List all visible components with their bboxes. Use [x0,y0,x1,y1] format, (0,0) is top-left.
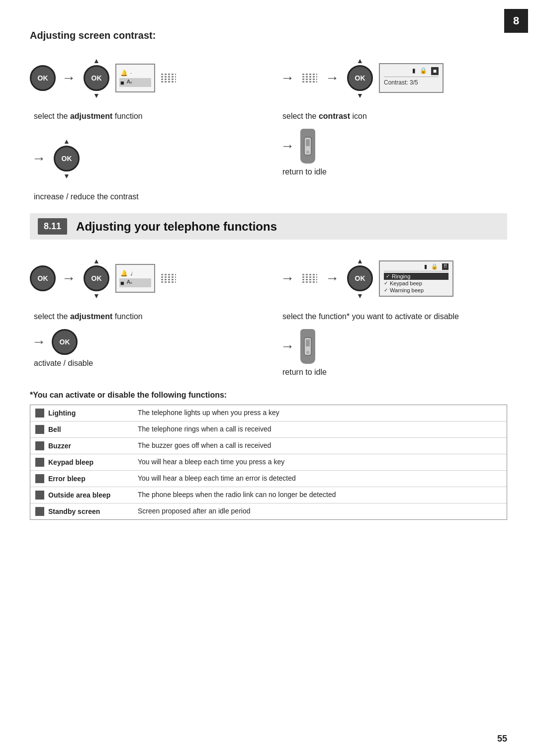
contrast-col-left: OK → ▲ OK ▼ 🔔 · [30,48,259,121]
ok-nav-wrapper-3: ▲ OK ▼ [54,138,80,179]
wavy-811-2 [302,274,317,283]
screen-icon-active: ■ [431,67,439,75]
rs-icon-battery: ▮ [424,263,427,270]
page-badge: 8 [504,9,528,33]
func-icon-4 [35,474,44,483]
func-desc-4: You will hear a bleep each time an error… [133,471,507,487]
table-row: Buzzer The buzzer goes off when a call i… [30,438,507,454]
811-step1-row: OK → ▲ OK ▼ 🔔 ♩ [30,249,259,308]
nav-arrow-up-811-2: ▲ [357,257,363,264]
811-step3-caption: activate / disable [34,359,259,368]
contrast-col2-right: → return to idle [278,129,507,176]
ringing-item-3: ✓ Warning beep [384,287,448,294]
func-name-cell-3: Keypad bleep [35,458,128,467]
ok-nav-wrapper-811-2: ▲ OK ▼ [347,257,373,299]
811-step2-row: → → ▲ OK ▼ [278,249,507,308]
ok-button-811-2[interactable]: OK [52,329,78,355]
table-row: Standby screen Screen proposed after an … [30,504,507,520]
ok-button-nav-1[interactable]: OK [84,65,109,91]
svg-rect-4 [306,339,310,346]
section-811-title: Adjusting your telephone functions [76,220,277,234]
contrast-step1-row: OK → ▲ OK ▼ 🔔 · [30,48,259,108]
contrast-sym: ■ [120,79,124,86]
section-811-badge: 8.11 [38,218,67,235]
arrow-5: → [280,138,294,154]
func-name-5: Outside area bleep [48,491,128,499]
func-name-cell-1: Bell [35,425,128,434]
ringing-item-2: ✓ Keypad beep [384,280,448,287]
func-icon-0 [35,409,44,418]
func-name-1: Bell [48,425,128,433]
contrast-section-title: Adjusting screen contrast: [30,30,507,41]
arrow-811-5: → [280,338,294,354]
contrast-row2: → ▲ OK ▼ increase / reduce the contrast … [30,129,507,201]
table-row: Keypad bleep You will hear a bleep each … [30,454,507,471]
811-col2-right: → return to idle [278,329,507,377]
check-1: ✓ [386,273,390,279]
screen-icon-lock: 🔒 [420,67,427,75]
screen-header: ▮ 🔒 ■ [384,67,439,77]
contrast-step4-caption: return to idle [282,168,507,176]
811-row1: OK → ▲ OK ▼ 🔔 ♩ [30,249,507,321]
func-name-cell-4: Error bleep [35,474,128,483]
nav-arrow-up-811-1: ▲ [93,257,100,264]
func-name-2: Buzzer [48,442,128,450]
811-step4-row: → [278,329,507,364]
ok-button-811-nav-1[interactable]: OK [84,265,109,291]
bell-sym: 🔔 [120,70,128,77]
svg-point-2 [306,151,309,154]
phone-handset-1 [300,129,315,164]
func-icon-2 [35,441,44,450]
contrast-col-right: → → ▲ OK ▼ [278,48,507,121]
811-step3-row: → OK [30,329,259,355]
functions-title: *You can activate or disable the followi… [30,391,507,400]
svg-rect-1 [306,139,310,146]
phone-handset-2 [300,329,315,364]
ringing-screen-header: ▮ 🔒 ⠿ [384,263,448,271]
adj-row-2: ■ A⁰ [119,78,151,86]
screen-icon-battery: ▮ [412,67,416,75]
check-3: ✓ [384,287,388,293]
arrow-811-3: → [325,270,339,286]
ok-nav-wrapper-811-1: ▲ OK ▼ [84,257,109,299]
func-desc-5: The phone bleeps when the radio link can… [133,487,507,504]
ok-button-nav-3[interactable]: OK [54,146,80,171]
arrow-4: → [32,151,46,167]
wavy-texture [161,74,176,83]
adj-label: A⁰ [127,79,132,86]
func-icon-1 [35,425,44,434]
contrast-screen: ▮ 🔒 ■ Contrast: 3/5 [379,63,444,93]
contrast-col2-left: → ▲ OK ▼ increase / reduce the contrast [30,129,259,201]
wavy-texture-2 [302,74,317,83]
nav-arrow-down-3: ▼ [63,172,70,179]
table-row: Outside area bleep The phone bleeps when… [30,487,507,504]
contrast-step2-caption: select the contrast icon [282,112,507,121]
contrast-step3-row: → ▲ OK ▼ [30,129,259,188]
ok-button-811-nav-2[interactable]: OK [347,265,373,291]
nav-arrow-down-1: ▼ [93,92,100,99]
ok-nav-wrapper-2: ▲ OK ▼ [347,57,373,99]
nav-arrow-up-3: ▲ [63,138,70,145]
func-icon-5 [35,491,44,500]
table-row: Lighting The telephone lights up when yo… [30,405,507,421]
ok-button-811-1[interactable]: OK [30,265,56,291]
ringing-item-1: ✓ Ringing [384,273,448,280]
func-icon-3 [35,458,44,467]
func-name-cell-0: Lighting [35,409,128,418]
page-number: 8 [513,14,519,27]
rs-icon-active: ⠿ [442,263,448,270]
table-row: Error bleep You will hear a bleep each t… [30,471,507,487]
contrast-screen-content: Contrast: 3/5 [384,79,439,86]
section-811-header: 8.11 Adjusting your telephone functions [30,213,507,240]
func-desc-2: The buzzer goes off when a call is recei… [133,438,507,454]
arrow-1: → [62,70,76,86]
rs-icon-lock: 🔒 [431,263,438,270]
func-desc-6: Screen proposed after an idle period [133,504,507,520]
func-name-cell-2: Buzzer [35,441,128,450]
arrow-3: → [325,70,339,86]
ok-nav-wrapper-1: ▲ OK ▼ [84,57,109,99]
ok-button-1[interactable]: OK [30,65,56,91]
functions-section: *You can activate or disable the followi… [30,391,507,520]
contrast-section: Adjusting screen contrast: OK → ▲ OK [30,30,507,201]
ok-button-nav-2[interactable]: OK [347,65,373,91]
